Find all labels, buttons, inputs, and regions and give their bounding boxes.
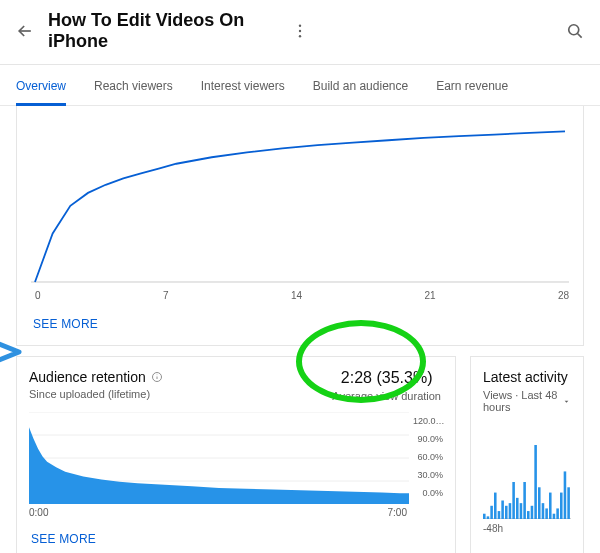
header: How To Edit Videos On iPhone [0, 0, 600, 64]
back-arrow-icon[interactable] [14, 20, 36, 42]
info-icon[interactable] [151, 371, 163, 383]
latest-bar-chart [483, 439, 571, 519]
tab-interest-viewers[interactable]: Interest viewers [201, 79, 285, 105]
svg-rect-33 [556, 508, 559, 519]
overview-line-chart [31, 116, 569, 286]
svg-rect-25 [527, 511, 530, 519]
svg-rect-18 [501, 501, 504, 520]
svg-rect-31 [549, 493, 552, 519]
retention-metric-value: 2:28 (35.3%) [332, 369, 441, 387]
tab-earn-revenue[interactable]: Earn revenue [436, 79, 508, 105]
overview-chart-card: 0 7 14 21 28 SEE MORE [16, 106, 584, 346]
retention-metric-label: Average view duration [332, 390, 441, 402]
tab-build-audience[interactable]: Build an audience [313, 79, 408, 105]
svg-rect-14 [487, 516, 490, 519]
svg-rect-21 [512, 482, 515, 519]
tab-overview[interactable]: Overview [16, 79, 66, 105]
latest-x-start: -48h [483, 519, 571, 534]
latest-subtitle-text: Views · Last 48 hours [483, 389, 559, 413]
y-tick: 30.0% [413, 466, 443, 484]
svg-rect-16 [494, 493, 497, 519]
y-tick: 90.0% [413, 430, 443, 448]
retention-x-axis: 0:00 7:00 [29, 504, 443, 518]
more-vert-icon[interactable] [289, 20, 311, 42]
svg-rect-36 [567, 487, 570, 519]
retention-title: Audience retention [29, 369, 146, 385]
svg-rect-13 [483, 514, 486, 519]
svg-point-1 [299, 30, 301, 32]
retention-subtitle: Since uploaded (lifetime) [29, 388, 163, 400]
page-title: How To Edit Videos On iPhone [48, 10, 277, 52]
x-tick: 21 [424, 290, 435, 301]
svg-point-0 [299, 25, 301, 27]
bottom-row: Audience retention Since uploaded (lifet… [0, 346, 600, 553]
see-more-overview[interactable]: SEE MORE [31, 303, 569, 337]
svg-rect-20 [509, 503, 512, 519]
dropdown-caret-icon [562, 397, 571, 406]
svg-rect-15 [490, 506, 493, 519]
search-icon[interactable] [564, 20, 586, 42]
svg-point-6 [156, 374, 157, 375]
svg-rect-17 [498, 511, 501, 519]
overview-x-axis: 0 7 14 21 28 [31, 286, 569, 303]
svg-rect-30 [545, 508, 548, 519]
svg-rect-19 [505, 506, 508, 519]
svg-rect-35 [564, 471, 567, 519]
svg-rect-32 [553, 514, 556, 519]
x-tick: 0 [35, 290, 41, 301]
x-tick: 28 [558, 290, 569, 301]
y-tick: 120.0… [413, 412, 443, 430]
x-tick: 0:00 [29, 507, 48, 518]
svg-rect-27 [534, 445, 537, 519]
svg-rect-23 [520, 503, 523, 519]
x-tick: 7 [163, 290, 169, 301]
svg-rect-34 [560, 493, 563, 519]
svg-point-2 [299, 35, 301, 37]
tab-reach-viewers[interactable]: Reach viewers [94, 79, 173, 105]
y-tick: 60.0% [413, 448, 443, 466]
svg-rect-26 [531, 506, 534, 519]
svg-rect-28 [538, 487, 541, 519]
tabs: Overview Reach viewers Interest viewers … [0, 65, 600, 106]
svg-rect-24 [523, 482, 526, 519]
latest-title: Latest activity [483, 369, 571, 385]
svg-rect-29 [542, 503, 545, 519]
svg-rect-22 [516, 498, 519, 519]
y-tick: 0.0% [413, 484, 443, 502]
latest-activity-card: Latest activity Views · Last 48 hours -4… [470, 356, 584, 553]
retention-y-axis: 120.0… 90.0% 60.0% 30.0% 0.0% [409, 412, 443, 504]
x-tick: 14 [291, 290, 302, 301]
retention-metric: 2:28 (35.3%) Average view duration [332, 369, 443, 402]
svg-point-3 [569, 25, 579, 35]
audience-retention-card: Audience retention Since uploaded (lifet… [16, 356, 456, 553]
x-tick: 7:00 [388, 507, 407, 518]
latest-subtitle[interactable]: Views · Last 48 hours [483, 389, 571, 413]
see-more-retention[interactable]: SEE MORE [29, 518, 443, 552]
retention-area-chart [29, 412, 409, 504]
